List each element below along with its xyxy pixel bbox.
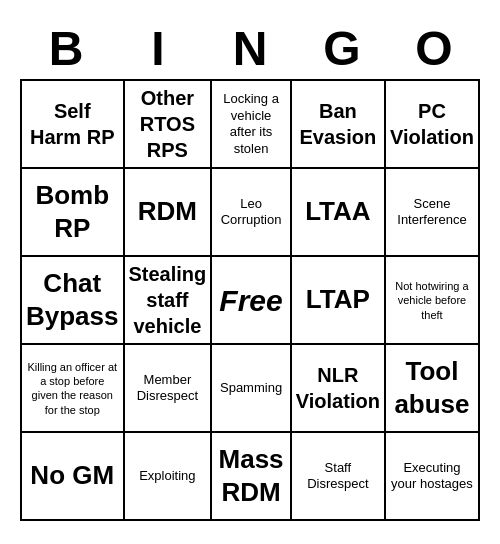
bingo-cell: Locking a vehicle after its stolen: [212, 81, 292, 169]
bingo-cell: LTAA: [292, 169, 386, 257]
bingo-cell: Staff Disrespect: [292, 433, 386, 521]
bingo-cell: Mass RDM: [212, 433, 292, 521]
bingo-cell: NLR Violation: [292, 345, 386, 433]
bingo-cell: Killing an officer at a stop before give…: [22, 345, 125, 433]
bingo-cell: Tool abuse: [386, 345, 480, 433]
bingo-cell: Self Harm RP: [22, 81, 125, 169]
bingo-letter: O: [390, 23, 478, 76]
bingo-cell: Stealing staff vehicle: [125, 257, 213, 345]
bingo-card: BINGO Self Harm RPOther RTOS RPSLocking …: [10, 13, 490, 532]
bingo-cell: Leo Corruption: [212, 169, 292, 257]
bingo-cell: Free: [212, 257, 292, 345]
bingo-cell: RDM: [125, 169, 213, 257]
bingo-cell: LTAP: [292, 257, 386, 345]
bingo-cell: Spamming: [212, 345, 292, 433]
bingo-cell: Scene Interference: [386, 169, 480, 257]
bingo-cell: Ban Evasion: [292, 81, 386, 169]
bingo-cell: Executing your hostages: [386, 433, 480, 521]
bingo-letter: I: [114, 23, 202, 76]
bingo-title: BINGO: [20, 23, 480, 76]
bingo-cell: PC Violation: [386, 81, 480, 169]
bingo-letter: N: [206, 23, 294, 76]
bingo-letter: B: [22, 23, 110, 76]
bingo-cell: Other RTOS RPS: [125, 81, 213, 169]
bingo-cell: Chat Bypass: [22, 257, 125, 345]
bingo-cell: Member Disrespect: [125, 345, 213, 433]
bingo-letter: G: [298, 23, 386, 76]
bingo-cell: Bomb RP: [22, 169, 125, 257]
bingo-cell: No GM: [22, 433, 125, 521]
bingo-grid: Self Harm RPOther RTOS RPSLocking a vehi…: [20, 79, 480, 521]
bingo-cell: Not hotwiring a vehicle before theft: [386, 257, 480, 345]
bingo-cell: Exploiting: [125, 433, 213, 521]
